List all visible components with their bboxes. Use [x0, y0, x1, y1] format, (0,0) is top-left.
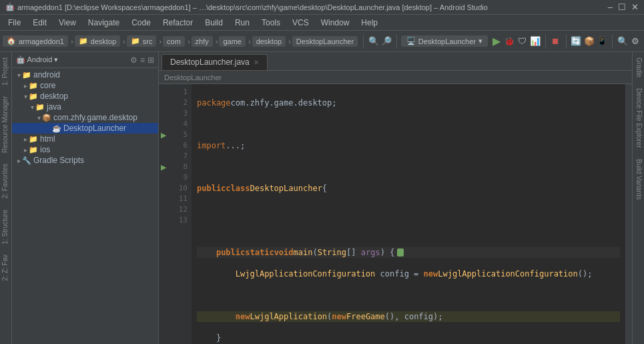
toolbar-separator-5 [612, 35, 613, 48]
code-line-4 [197, 162, 620, 172]
tree-item-package[interactable]: ▾ 📦 com.zhfy.game.desktop [12, 112, 158, 123]
tree-header-icons: ⚙ ≡ ⊞ [130, 55, 154, 65]
code-line-6 [197, 204, 620, 215]
window-title: armageddon1 [D:\eclipse Workspaces\armag… [17, 3, 488, 11]
module-desktoplauncher[interactable]: DesktopLauncher [292, 36, 358, 47]
menu-help[interactable]: Help [356, 17, 383, 29]
editor-area: DesktopLauncher.java ✕ DesktopLauncher [159, 52, 632, 344]
left-tab-resource-manager[interactable]: Resource Manager [0, 91, 11, 158]
menu-file[interactable]: File [3, 17, 26, 29]
menu-window[interactable]: Window [316, 17, 355, 29]
menu-bar: File Edit View Navigate Code Refactor Bu… [0, 15, 644, 31]
project-selector[interactable]: 🏠 armageddon1 [3, 35, 68, 47]
breadcrumb-sep3: › [159, 37, 162, 45]
tree-item-core[interactable]: ▸ 📁 core [12, 80, 158, 91]
tree-item-desktoplauncher[interactable]: ☕ DesktopLauncher [12, 123, 158, 134]
code-line-12: } [197, 333, 620, 343]
module-com[interactable]: com [163, 36, 185, 47]
right-side-tabs: Gradle Device File Explorer Build Varian… [632, 52, 644, 344]
right-tab-build-variants[interactable]: Build Variants [633, 154, 644, 205]
run-button[interactable]: ▶ [491, 34, 503, 49]
tree-item-desktop[interactable]: ▾ 📁 desktop [12, 91, 158, 102]
editor-section: DesktopLauncher.java ✕ DesktopLauncher [159, 52, 632, 344]
breadcrumb-sep4: › [188, 37, 190, 45]
right-tab-device-explorer[interactable]: Device File Explorer [633, 83, 644, 153]
settings-btn[interactable]: ⚙ [629, 34, 641, 49]
menu-vcs[interactable]: VCS [287, 17, 314, 29]
left-tab-structure[interactable]: 1: Structure [0, 204, 11, 250]
tree-item-html[interactable]: ▸ 📁 html [12, 134, 158, 144]
expand-icon[interactable]: ⊞ [147, 55, 154, 65]
avd-manager-btn[interactable]: 📱 [597, 34, 609, 49]
editor-body[interactable]: ▶ ▶ 1 2 3 4 [159, 84, 632, 344]
module-desktop2[interactable]: desktop [252, 36, 286, 47]
module-zhfy[interactable]: zhfy [192, 36, 213, 47]
minimize-button[interactable]: – [608, 2, 613, 12]
breadcrumb-text: DesktopLauncher [164, 73, 222, 81]
profile-button[interactable]: 📊 [530, 34, 542, 49]
right-tab-gradle[interactable]: Gradle [633, 52, 644, 83]
code-line-5: public class DesktopLauncher { [197, 183, 620, 194]
file-tree: ▾ 📁 android ▸ 📁 core ▾ 📁 desktop ▾ 📁 ja [12, 68, 158, 344]
tree-header-label: 🤖 Android ▾ [16, 55, 58, 64]
left-side-tabs: 1: Project Resource Manager 2: Favorites… [0, 52, 12, 344]
line-numbers: 1 2 3 4 5 6 7 8 9 10 11 12 13 [168, 84, 192, 344]
toolbar-separator-4 [566, 35, 567, 48]
menu-view[interactable]: View [53, 17, 81, 29]
menu-code[interactable]: Code [126, 17, 156, 29]
module-game[interactable]: game [219, 36, 246, 47]
editor-tab-desktoplauncher[interactable]: DesktopLauncher.java ✕ [162, 54, 268, 70]
code-line-11: new LwjglApplication(new FreeGame(), con… [197, 311, 620, 322]
code-line-9: LwjglApplicationConfiguration config = n… [197, 269, 620, 279]
run-gutter-icon-8[interactable]: ▶ [161, 163, 166, 172]
title-bar-controls: – ☐ ✕ [608, 2, 639, 12]
breadcrumb-sep1: › [71, 37, 73, 45]
cog-icon[interactable]: ⚙ [130, 55, 137, 65]
tree-item-gradle-scripts[interactable]: ▸ 🔧 Gradle Scripts [12, 155, 158, 166]
gutter-run: ▶ ▶ [159, 84, 168, 344]
breadcrumb-sep2: › [123, 37, 125, 45]
tree-item-android[interactable]: ▾ 📁 android [12, 69, 158, 80]
module-src[interactable]: 📁 src [127, 35, 157, 47]
editor-breadcrumb: DesktopLauncher [159, 71, 632, 84]
filter-icon[interactable]: ≡ [140, 55, 145, 65]
stop-button[interactable]: ⏹ [550, 34, 562, 49]
editor-scrollbar[interactable] [625, 84, 632, 344]
title-bar-left: 🤖 armageddon1 [D:\eclipse Workspaces\arm… [5, 3, 488, 11]
tab-label: DesktopLauncher.java [170, 57, 250, 67]
tree-item-ios[interactable]: ▸ 📁 ios [12, 144, 158, 155]
find-btn[interactable]: 🔎 [380, 34, 392, 49]
module-desktop[interactable]: 📁 desktop [75, 35, 121, 47]
toolbar-separator-2 [396, 35, 397, 48]
debug-button[interactable]: 🐞 [504, 34, 516, 49]
sync-button[interactable]: 🔄 [570, 34, 582, 49]
run-gutter-icon-5[interactable]: ▶ [161, 131, 166, 140]
editor-top: DesktopLauncher.java ✕ DesktopLauncher [159, 52, 632, 344]
tree-item-java[interactable]: ▾ 📁 java [12, 102, 158, 112]
menu-edit[interactable]: Edit [27, 17, 52, 29]
left-tab-favorites[interactable]: 2: Favorites [0, 158, 11, 204]
breadcrumb-sep6: › [248, 37, 251, 45]
close-button[interactable]: ✕ [631, 2, 639, 12]
search-btn[interactable]: 🔍 [617, 34, 629, 49]
breadcrumb-sep7: › [288, 37, 291, 45]
file-tree-panel: 🤖 Android ▾ ⚙ ≡ ⊞ ▾ 📁 android ▸ 📁 core [12, 52, 159, 344]
menu-build[interactable]: Build [200, 17, 228, 29]
code-line-10 [197, 290, 620, 301]
tab-close-icon[interactable]: ✕ [254, 59, 259, 66]
run-configuration-selector[interactable]: 🖥️ DesktopLauncher ▾ [401, 35, 488, 47]
menu-refactor[interactable]: Refactor [157, 17, 198, 29]
menu-run[interactable]: Run [230, 17, 255, 29]
editor-tabs: DesktopLauncher.java ✕ [159, 52, 632, 71]
menu-navigate[interactable]: Navigate [83, 17, 125, 29]
menu-tools[interactable]: Tools [256, 17, 286, 29]
left-tab-project[interactable]: 1: Project [0, 52, 11, 91]
search-everywhere-btn[interactable]: 🔍 [368, 34, 380, 49]
sdk-manager-btn[interactable]: 📦 [583, 34, 595, 49]
left-tab-z-favorites[interactable]: 2: Z: Fav [0, 249, 11, 286]
code-content[interactable]: package com.zhfy.game.desktop; import ..… [192, 84, 625, 344]
maximize-button[interactable]: ☐ [618, 2, 626, 12]
coverage-button[interactable]: 🛡 [517, 34, 529, 49]
main-layout: 1: Project Resource Manager 2: Favorites… [0, 52, 644, 344]
tree-panel-header: 🤖 Android ▾ ⚙ ≡ ⊞ [12, 52, 158, 68]
